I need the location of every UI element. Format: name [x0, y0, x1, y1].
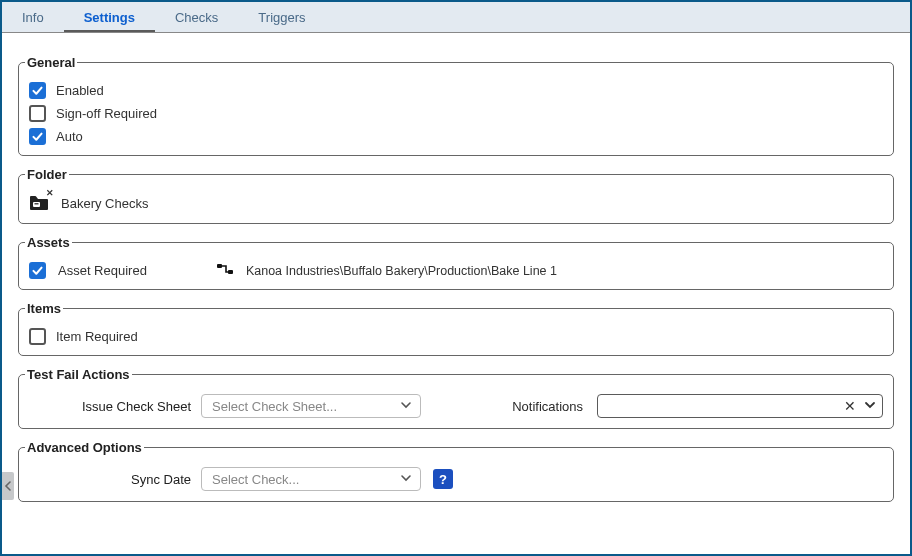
advanced-legend: Advanced Options — [25, 440, 144, 455]
notifications-combo[interactable]: ✕ — [597, 394, 883, 418]
svg-rect-2 — [217, 264, 222, 268]
asset-required-label: Asset Required — [58, 263, 147, 278]
folder-legend: Folder — [25, 167, 69, 182]
tab-settings[interactable]: Settings — [64, 2, 155, 32]
notifications-label: Notifications — [488, 399, 583, 414]
items-section: Items Item Required — [18, 301, 894, 356]
general-legend: General — [25, 55, 77, 70]
chevron-down-icon — [864, 399, 876, 414]
clear-icon[interactable]: ✕ — [844, 399, 856, 413]
enabled-checkbox[interactable] — [29, 82, 46, 99]
enabled-label: Enabled — [56, 83, 104, 98]
asset-tree-icon[interactable] — [216, 262, 234, 279]
assets-legend: Assets — [25, 235, 72, 250]
item-required-checkbox[interactable] — [29, 328, 46, 345]
settings-content: General Enabled Sign-off Required Auto F… — [2, 33, 910, 518]
svg-rect-3 — [228, 270, 233, 274]
assets-section: Assets Asset Required Kanoa Industries\B… — [18, 235, 894, 290]
asset-required-checkbox[interactable] — [29, 262, 46, 279]
item-required-label: Item Required — [56, 329, 138, 344]
tfa-legend: Test Fail Actions — [25, 367, 132, 382]
folder-name: Bakery Checks — [61, 196, 148, 211]
issue-check-sheet-label: Issue Check Sheet — [29, 399, 191, 414]
folder-icon[interactable]: ✕ — [29, 195, 49, 211]
tab-checks[interactable]: Checks — [155, 2, 238, 32]
issue-check-sheet-placeholder: Select Check Sheet... — [212, 399, 337, 414]
test-fail-actions-section: Test Fail Actions Issue Check Sheet Sele… — [18, 367, 894, 429]
svg-rect-0 — [33, 202, 40, 207]
signoff-label: Sign-off Required — [56, 106, 157, 121]
auto-label: Auto — [56, 129, 83, 144]
signoff-checkbox[interactable] — [29, 105, 46, 122]
asset-path: Kanoa Industries\Buffalo Bakery\Producti… — [246, 264, 557, 278]
sync-date-select[interactable]: Select Check... — [201, 467, 421, 491]
auto-checkbox[interactable] — [29, 128, 46, 145]
chevron-down-icon — [400, 399, 412, 414]
folder-section: Folder ✕ Bakery Checks — [18, 167, 894, 224]
items-legend: Items — [25, 301, 63, 316]
expand-panel-handle[interactable] — [2, 472, 14, 500]
general-section: General Enabled Sign-off Required Auto — [18, 55, 894, 156]
issue-check-sheet-select[interactable]: Select Check Sheet... — [201, 394, 421, 418]
help-button[interactable]: ? — [433, 469, 453, 489]
tab-bar: Info Settings Checks Triggers — [2, 2, 910, 33]
tab-triggers[interactable]: Triggers — [238, 2, 325, 32]
sync-date-placeholder: Select Check... — [212, 472, 299, 487]
tab-info[interactable]: Info — [2, 2, 64, 32]
folder-clear-icon[interactable]: ✕ — [46, 188, 54, 198]
advanced-options-section: Advanced Options Sync Date Select Check.… — [18, 440, 894, 502]
svg-rect-1 — [35, 203, 39, 204]
chevron-down-icon — [400, 472, 412, 487]
sync-date-label: Sync Date — [29, 472, 191, 487]
